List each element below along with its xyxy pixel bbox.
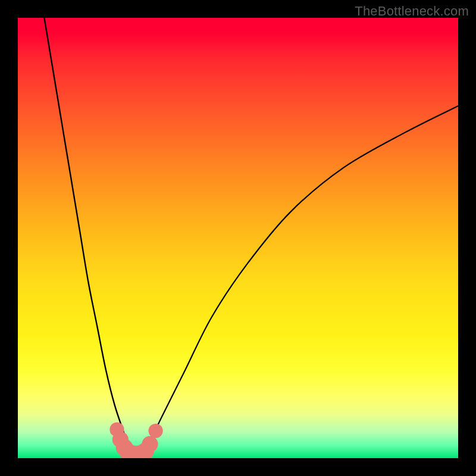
plot-area — [18, 18, 458, 458]
chart-frame: TheBottleneck.com — [0, 0, 476, 476]
valley-marker — [142, 436, 158, 452]
left-curve-path — [44, 18, 132, 454]
valley-marker — [148, 424, 162, 438]
marker-layer — [109, 422, 162, 458]
watermark-text: TheBottleneck.com — [355, 4, 469, 19]
chart-svg — [18, 18, 458, 458]
curve-layer — [44, 18, 458, 456]
right-curve-path — [141, 106, 458, 454]
